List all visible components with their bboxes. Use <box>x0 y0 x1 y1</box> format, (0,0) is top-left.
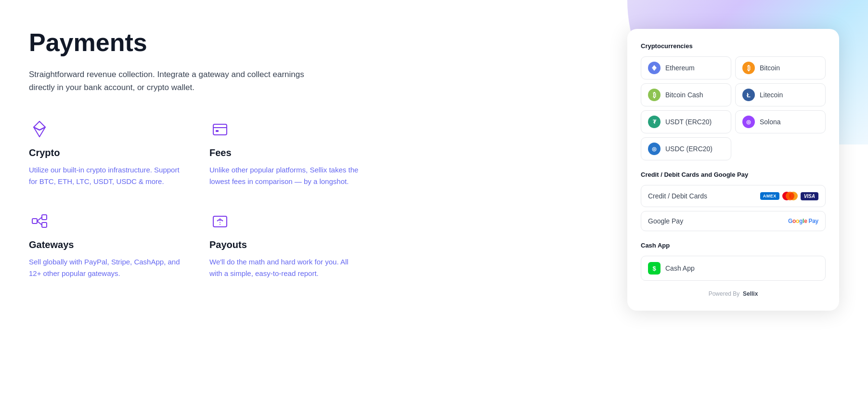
crypto-item-btc[interactable]: ₿ Bitcoin <box>735 56 826 79</box>
main-container: Payments Straightforward revenue collect… <box>0 0 868 340</box>
cashapp-icon: $ <box>648 262 661 275</box>
fees-title: Fees <box>209 147 361 158</box>
page-title: Payments <box>29 29 361 56</box>
svg-line-9 <box>37 221 42 225</box>
cashapp-row[interactable]: $ Cash App <box>641 256 826 281</box>
svg-rect-10 <box>213 216 227 227</box>
google-pay-label: Google Pay <box>648 217 683 225</box>
feature-payouts: Payouts We'll do the math and hard work … <box>209 210 361 279</box>
svg-rect-2 <box>213 124 227 135</box>
features-grid: Crypto Utilize our built-in crypto infra… <box>29 118 361 279</box>
crypto-icon <box>29 118 50 140</box>
sol-label: Solona <box>760 118 781 126</box>
payouts-icon <box>209 210 231 232</box>
gateways-icon <box>29 210 50 232</box>
crypto-item-usdt[interactable]: ₮ USDT (ERC20) <box>641 110 731 133</box>
google-pay-row[interactable]: Google Pay Google Pay <box>641 211 826 231</box>
crypto-item-usdc[interactable]: ◎ USDC (ERC20) <box>641 137 731 160</box>
usdc-icon: ◎ <box>648 143 661 155</box>
powered-by-text: Powered By <box>709 290 740 297</box>
feature-crypto: Crypto Utilize our built-in crypto infra… <box>29 118 181 187</box>
credit-debit-label: Credit / Debit Cards <box>648 192 707 200</box>
svg-marker-0 <box>34 121 45 130</box>
svg-marker-1 <box>34 127 45 137</box>
sol-icon: ◎ <box>742 116 755 128</box>
btc-label: Bitcoin <box>760 64 780 72</box>
ltc-icon: Ł <box>742 89 755 101</box>
powered-by-brand: Sellix <box>743 290 758 297</box>
bch-icon: ₿ <box>648 89 661 101</box>
crypto-item-bch[interactable]: ₿ Bitcoin Cash <box>641 83 731 106</box>
mastercard-badge <box>782 191 798 201</box>
left-panel: Payments Straightforward revenue collect… <box>29 29 390 279</box>
btc-icon: ₿ <box>742 62 755 74</box>
crypto-title: Crypto <box>29 147 181 158</box>
svg-rect-6 <box>42 215 47 220</box>
credit-debit-row[interactable]: Credit / Debit Cards AMEX VISA <box>641 185 826 207</box>
fees-desc: Unlike other popular platforms, Sellix t… <box>209 164 361 187</box>
svg-rect-4 <box>216 130 219 132</box>
page-subtitle: Straightforward revenue collection. Inte… <box>29 68 318 94</box>
svg-line-8 <box>37 217 42 221</box>
usdc-label: USDC (ERC20) <box>665 145 713 153</box>
eth-icon <box>648 62 661 74</box>
gpay-badge: Google Pay <box>788 218 818 224</box>
card-badges: AMEX VISA <box>760 191 818 201</box>
crypto-item-ltc[interactable]: Ł Litecoin <box>735 83 826 106</box>
fees-icon <box>209 118 231 140</box>
usdt-icon: ₮ <box>648 116 661 128</box>
cashapp-label: Cash App <box>665 264 695 272</box>
visa-badge: VISA <box>801 192 818 200</box>
payouts-title: Payouts <box>209 239 361 250</box>
cashapp-section-heading: Cash App <box>641 242 826 249</box>
crypto-desc: Utilize our built-in crypto infrastructu… <box>29 164 181 187</box>
right-panel: Cryptocurrencies Ethereum ₿ Bitcoin ₿ <box>627 29 839 311</box>
bch-label: Bitcoin Cash <box>665 91 703 99</box>
cards-section-heading: Credit / Debit Cards and Google Pay <box>641 171 826 178</box>
payouts-desc: We'll do the math and hard work for you.… <box>209 256 361 279</box>
crypto-item-sol[interactable]: ◎ Solona <box>735 110 826 133</box>
svg-rect-5 <box>32 219 37 223</box>
eth-label: Ethereum <box>665 64 695 72</box>
ltc-label: Litecoin <box>760 91 783 99</box>
powered-by: Powered By Sellix <box>641 290 826 297</box>
svg-rect-7 <box>42 223 47 227</box>
feature-gateways: Gateways Sell globally with PayPal, Stri… <box>29 210 181 279</box>
usdt-label: USDT (ERC20) <box>665 118 712 126</box>
payment-card: Cryptocurrencies Ethereum ₿ Bitcoin ₿ <box>627 29 839 311</box>
amex-badge: AMEX <box>760 192 779 200</box>
feature-fees: Fees Unlike other popular platforms, Sel… <box>209 118 361 187</box>
crypto-grid: Ethereum ₿ Bitcoin ₿ Bitcoin Cash Ł Lite… <box>641 56 826 160</box>
gateways-title: Gateways <box>29 239 181 250</box>
crypto-item-eth[interactable]: Ethereum <box>641 56 731 79</box>
gateways-desc: Sell globally with PayPal, Stripe, CashA… <box>29 256 181 279</box>
crypto-section-heading: Cryptocurrencies <box>641 42 826 50</box>
